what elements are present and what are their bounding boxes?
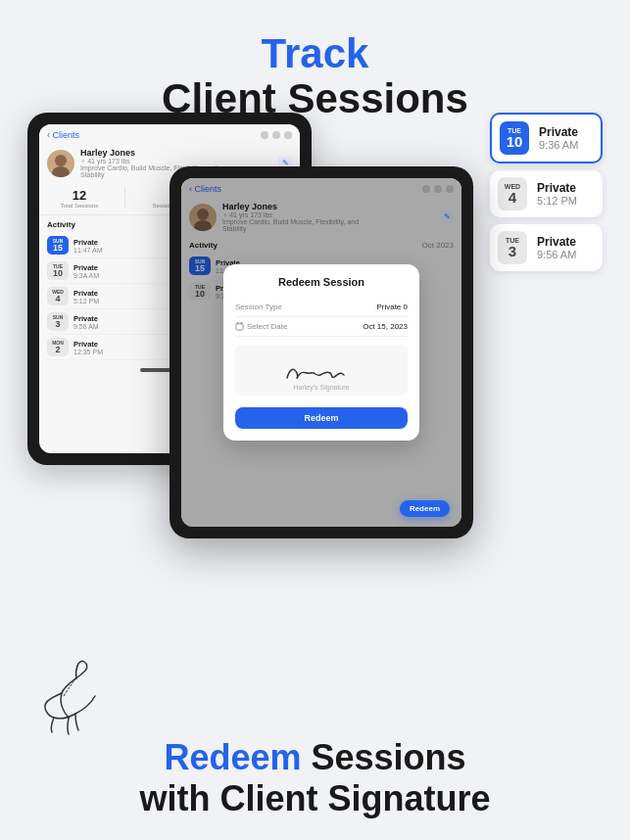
header-title-track: Track [0, 31, 630, 76]
activity-badge-2: TUE 10 [47, 261, 69, 280]
modal-redeem-button[interactable]: Redeem [235, 407, 408, 429]
topbar-icon-2 [272, 131, 280, 139]
svg-point-1 [52, 166, 70, 177]
signature-drawing [277, 353, 365, 388]
tablets-area: ‹ Clients Harley Jones ♀ 41 yrs [18, 113, 612, 723]
back-button[interactable]: ‹ Clients [47, 130, 79, 140]
stat-total: 12 Total Sessions [61, 188, 99, 209]
avatar-back [47, 150, 74, 177]
client-name-back: Harley Jones [80, 148, 218, 158]
redeem-float-button[interactable]: Redeem [400, 500, 450, 517]
modal-session-type-row: Session Type Private 0 [235, 298, 408, 317]
footer-sessions-word: Sessions [301, 737, 465, 777]
svg-point-0 [55, 155, 67, 166]
topbar-icons [261, 131, 292, 139]
footer-line1: Redeem Sessions [0, 737, 630, 777]
footer-line2: with Client Signature [0, 778, 630, 818]
modal-session-type-value: Private 0 [376, 303, 408, 311]
modal-title: Redeem Session [235, 276, 408, 288]
activity-badge-4: SUN 3 [47, 312, 69, 331]
modal-date-label: Select Date [235, 322, 287, 331]
hand-drawing [15, 639, 142, 737]
modal-date-row[interactable]: Select Date Oct 15, 2023 [235, 317, 408, 337]
footer-redeem-word: Redeem [164, 737, 301, 777]
modal-session-type-label: Session Type [235, 303, 282, 311]
signature-placeholder-label: Harley's Signature [235, 384, 408, 391]
activity-badge-5: MON 2 [47, 338, 69, 356]
tablet-front-screen: ‹ Clients Harley Jones ♀ 41 yrs [181, 178, 461, 527]
svg-rect-4 [236, 323, 243, 330]
activity-badge-3: WED 4 [47, 287, 69, 305]
tablet-front: ‹ Clients Harley Jones ♀ 41 yrs [170, 166, 473, 538]
redeem-modal: Redeem Session Session Type Private 0 Se… [223, 264, 419, 441]
activity-badge-1: SUN 15 [47, 236, 69, 255]
modal-overlay: Redeem Session Session Type Private 0 Se… [181, 178, 461, 527]
topbar-icon-3 [284, 131, 292, 139]
client-sub-back: ♀ 41 yrs 173 lbs [80, 158, 218, 164]
signature-area[interactable]: Harley's Signature [235, 345, 408, 396]
footer: Redeem Sessions with Client Signature [0, 737, 630, 840]
app-topbar-back: ‹ Clients [39, 124, 300, 144]
topbar-icon-1 [261, 131, 268, 139]
modal-date-value: Oct 15, 2023 [363, 322, 408, 331]
